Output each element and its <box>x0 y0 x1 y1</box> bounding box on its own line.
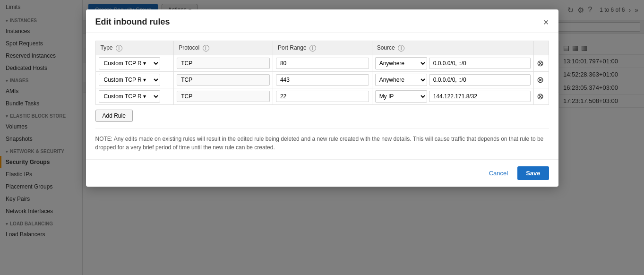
col-source-header: Source i <box>372 41 533 55</box>
add-rule-button[interactable]: Add Rule <box>95 110 133 122</box>
modal-title: Edit inbound rules <box>95 17 170 27</box>
rule-delete-cell-0 <box>533 55 549 71</box>
protocol-info-icon[interactable]: i <box>203 45 209 52</box>
rule-source-value-input-2[interactable] <box>429 91 531 102</box>
modal-body: Type i Protocol i Port Range i <box>86 33 558 159</box>
rule-protocol-cell-2 <box>174 88 273 104</box>
rule-delete-button-1[interactable] <box>537 76 544 84</box>
rule-protocol-input-1 <box>177 74 270 86</box>
rule-port-cell-0 <box>273 55 372 71</box>
rule-type-cell-1: Custom TCP R ▾ <box>95 71 174 88</box>
rule-delete-cell-2 <box>533 88 549 104</box>
cancel-button[interactable]: Cancel <box>484 166 513 180</box>
rule-delete-cell-1 <box>533 71 549 88</box>
rule-type-cell-2: Custom TCP R ▾ <box>95 88 174 104</box>
rule-port-input-1[interactable] <box>276 74 369 86</box>
rule-protocol-cell-0 <box>174 55 273 71</box>
rule-type-cell-0: Custom TCP R ▾ <box>95 55 174 71</box>
rule-type-select-2[interactable]: Custom TCP R ▾ <box>99 90 160 103</box>
modal-overlay: Edit inbound rules × Type i Protocol <box>0 0 644 275</box>
rule-source-cell-2: My IP <box>372 88 533 104</box>
col-delete-header <box>533 41 549 55</box>
rule-port-input-2[interactable] <box>276 91 369 102</box>
rule-type-select-1[interactable]: Custom TCP R ▾ <box>99 74 160 86</box>
rule-delete-button-2[interactable] <box>537 92 544 101</box>
note-text: NOTE: Any edits made on existing rules w… <box>95 129 549 152</box>
modal-dialog: Edit inbound rules × Type i Protocol <box>86 9 558 187</box>
rule-row-0: Custom TCP R ▾Anywhere <box>95 55 549 71</box>
modal-close-button[interactable]: × <box>543 17 549 27</box>
rule-type-select-0[interactable]: Custom TCP R ▾ <box>99 57 160 69</box>
rule-row-2: Custom TCP R ▾My IP <box>95 88 549 104</box>
col-type-header: Type i <box>95 41 174 55</box>
rule-delete-button-0[interactable] <box>537 59 544 68</box>
rule-protocol-cell-1 <box>174 71 273 88</box>
source-info-icon[interactable]: i <box>398 45 404 52</box>
type-info-icon[interactable]: i <box>116 45 122 52</box>
rule-source-cell-0: Anywhere <box>372 55 533 71</box>
rule-port-cell-2 <box>273 88 372 104</box>
rule-protocol-input-2 <box>177 91 270 102</box>
rule-port-cell-1 <box>273 71 372 88</box>
rule-source-type-select-0[interactable]: Anywhere <box>375 57 427 69</box>
rule-source-value-input-1[interactable] <box>429 74 531 86</box>
app-layout: Limits ▾ INSTANCES Instances Spot Reques… <box>0 0 644 275</box>
rule-source-value-input-0[interactable] <box>429 58 531 69</box>
rule-source-type-select-2[interactable]: My IP <box>375 90 427 103</box>
port-info-icon[interactable]: i <box>309 45 316 52</box>
modal-header: Edit inbound rules × <box>86 9 558 33</box>
rule-source-type-select-1[interactable]: Anywhere <box>375 74 427 86</box>
rule-source-cell-1: Anywhere <box>372 71 533 88</box>
rule-row-1: Custom TCP R ▾Anywhere <box>95 71 549 88</box>
col-port-header: Port Range i <box>273 41 372 55</box>
save-button[interactable]: Save <box>517 166 549 180</box>
rules-table: Type i Protocol i Port Range i <box>95 41 549 105</box>
col-protocol-header: Protocol i <box>174 41 273 55</box>
modal-footer: Cancel Save <box>86 159 558 187</box>
rule-protocol-input-0 <box>177 58 270 69</box>
rule-port-input-0[interactable] <box>276 58 369 69</box>
